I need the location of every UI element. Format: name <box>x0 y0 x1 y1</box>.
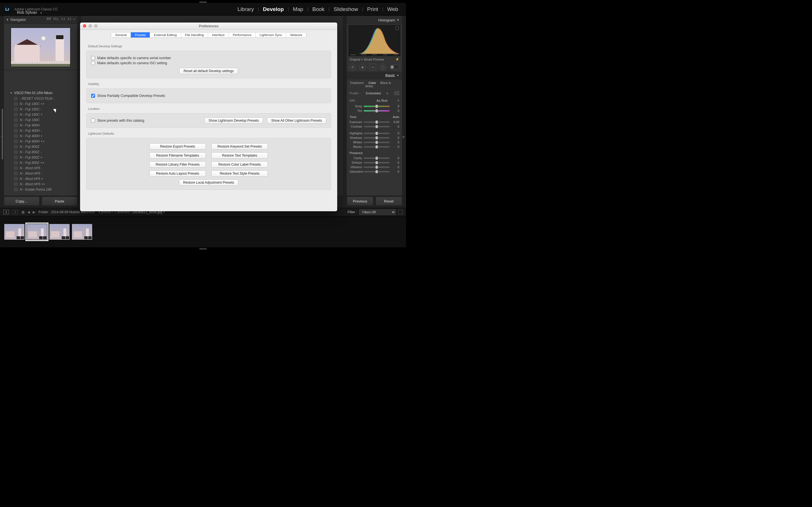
dialog-titlebar[interactable]: Preferences <box>80 22 337 30</box>
bolt-icon[interactable]: ⚡ <box>395 57 399 61</box>
preset-item[interactable]: N - Fuji 400H ++ <box>4 138 77 144</box>
zoom-fill[interactable]: FILL <box>53 17 59 20</box>
highlights-slider[interactable] <box>364 133 390 134</box>
filter-select[interactable]: Filters Off <box>359 209 396 215</box>
previous-button[interactable]: Previous <box>347 196 373 206</box>
zoom-3-1[interactable]: 3:1 <box>67 17 71 20</box>
graduated-filter-tool[interactable]: ▭ <box>369 64 376 70</box>
crop-tool[interactable]: ◔ <box>349 64 356 70</box>
window-close-icon[interactable] <box>83 24 86 27</box>
show-other-presets-button[interactable]: Show All Other Lightroom Presets <box>267 117 326 124</box>
module-library[interactable]: Library <box>234 6 258 12</box>
chk-store-with-catalog[interactable]: Store presets with this catalog <box>91 119 144 122</box>
radial-filter-tool[interactable]: ◯ <box>379 64 386 70</box>
profile-row[interactable]: Profile : Embedded ▾ <box>347 90 402 97</box>
module-slideshow[interactable]: Slideshow <box>329 6 362 12</box>
contrast-slider[interactable] <box>364 126 390 127</box>
module-develop[interactable]: Develop <box>259 6 288 12</box>
restore-library-filter-presets-button[interactable]: Restore Library Filter Presets <box>149 161 206 168</box>
restore-keyword-presets-button[interactable]: Restore Keyword Set Presets <box>211 144 268 150</box>
pref-tab-file-handling[interactable]: File Handling <box>181 33 208 38</box>
module-print[interactable]: Print <box>363 6 382 12</box>
reset-button[interactable]: Reset <box>375 196 402 206</box>
restore-local-adjustment-presets-button[interactable]: Restore Local Adjustment Presets <box>179 179 239 186</box>
restore-color-label-presets-button[interactable]: Restore Color Label Presets <box>211 161 268 168</box>
vibrance-slider[interactable] <box>364 166 390 168</box>
paste-button[interactable]: Paste <box>42 196 77 206</box>
preset-item[interactable]: N - Ilford HP5 - <box>4 171 77 176</box>
module-web[interactable]: Web <box>383 6 402 12</box>
preset-item[interactable]: N - Fuji 160C - <box>4 107 77 112</box>
next-photo-icon[interactable]: ▶ <box>33 210 35 214</box>
reset-develop-defaults-button[interactable]: Reset all default Develop settings <box>179 68 238 74</box>
panel-switch[interactable] <box>390 65 399 69</box>
filmstrip[interactable] <box>0 216 406 247</box>
preset-item[interactable]: N - Ilford HP5 <box>4 165 77 171</box>
filmstrip-thumb[interactable] <box>71 224 93 240</box>
spot-removal-tool[interactable]: ◉ <box>359 64 366 70</box>
preset-item[interactable]: N - Fuji 160C + <box>4 112 77 117</box>
pref-tab-lightroom-sync[interactable]: Lightroom Sync <box>256 33 287 38</box>
wb-row[interactable]: WB : As Shot ▾ <box>347 97 402 104</box>
pref-tab-interface[interactable]: Interface <box>208 33 229 38</box>
filmstrip-thumb[interactable] <box>49 224 70 240</box>
right-panel-collapse-icon[interactable]: ▶ <box>403 135 405 139</box>
module-book[interactable]: Book <box>308 6 328 12</box>
filmstrip-thumb[interactable] <box>27 224 47 240</box>
tint-slider[interactable] <box>364 110 390 112</box>
zoom-fit[interactable]: FIT <box>47 17 51 20</box>
identity-plate[interactable]: Rob Sylvan ▼ <box>17 10 42 15</box>
preset-item[interactable]: N - Ilford HP5 + <box>4 176 77 181</box>
chk-camera-serial[interactable]: Make defaults specific to camera serial … <box>91 56 326 60</box>
blacks-slider[interactable] <box>364 146 390 148</box>
navigator-header[interactable]: ▼ Navigator FITFILL1:13:1▸ <box>4 16 77 24</box>
treatment-color[interactable]: Color <box>368 81 376 84</box>
shadows-slider[interactable] <box>364 137 390 138</box>
preset-item[interactable]: N - Fuji 400H - <box>4 128 77 133</box>
zoom-1-1[interactable]: 1:1 <box>61 17 65 20</box>
clarity-slider[interactable] <box>364 158 390 159</box>
preset-item[interactable]: N - Kodak Portra 160 <box>4 187 77 192</box>
pref-tab-presets[interactable]: Presets <box>131 33 150 38</box>
saturation-slider[interactable] <box>364 171 390 172</box>
profile-browser-icon[interactable] <box>394 91 399 95</box>
preset-item[interactable]: N - Fuji 800Z - <box>4 149 77 155</box>
show-develop-presets-button[interactable]: Show Lightroom Develop Presets <box>204 117 263 124</box>
temp-slider[interactable] <box>364 106 390 107</box>
left-panel-scrollbar[interactable] <box>2 109 3 159</box>
exposure-slider[interactable] <box>364 121 390 123</box>
pref-tab-performance[interactable]: Performance <box>229 33 256 38</box>
prev-photo-icon[interactable]: ◀ <box>28 210 30 214</box>
restore-filename-templates-button[interactable]: Restore Filename Templates <box>149 152 206 159</box>
dehaze-slider[interactable] <box>364 162 390 163</box>
preset-item[interactable]: N - Fuji 400H <box>4 122 77 128</box>
preset-folder[interactable]: ▼ VSCO Film 01 LR4 Nikon <box>4 90 77 96</box>
module-map[interactable]: Map <box>289 6 307 12</box>
second-monitor-badge[interactable]: 2 <box>12 210 18 214</box>
pref-tab-external-editing[interactable]: External Editing <box>150 33 181 38</box>
preset-item[interactable]: N - Ilford HP5 ++ <box>4 181 77 187</box>
copy-button[interactable]: Copy… <box>4 196 40 206</box>
preset-item[interactable]: N - Fuji 160C <box>4 117 77 122</box>
grid-view-icon[interactable]: ▦ <box>21 210 24 214</box>
chk-camera-iso[interactable]: Make defaults specific to camera ISO set… <box>91 61 326 65</box>
restore-text-style-presets-button[interactable]: Restore Text Style Presets <box>211 170 268 177</box>
restore-text-templates-button[interactable]: Restore Text Templates <box>211 152 268 159</box>
preset-item[interactable]: N - Fuji 400H + <box>4 133 77 138</box>
pref-tab-general[interactable]: General <box>111 33 131 38</box>
basic-panel-header[interactable]: Basic ▼ <box>347 71 402 79</box>
preset-item[interactable]: N - Fuji 800Z + <box>4 155 77 160</box>
preset-item[interactable]: N - Fuji 800Z <box>4 144 77 149</box>
restore-auto-layout-presets-button[interactable]: Restore Auto Layout Presets <box>149 170 206 177</box>
whites-slider[interactable] <box>364 142 390 143</box>
auto-tone-button[interactable]: Auto <box>393 115 399 119</box>
filmstrip-thumb[interactable] <box>4 224 25 240</box>
navigator-preview[interactable] <box>11 27 70 67</box>
pref-tab-network[interactable]: Network <box>286 33 306 38</box>
preset-item[interactable]: N - Fuji 160C ++ <box>4 101 77 107</box>
restore-export-presets-button[interactable]: Restore Export Presets <box>149 144 206 150</box>
preset-item[interactable]: - RESET VSCO FILM - <box>4 96 77 101</box>
filter-lock-icon[interactable] <box>398 210 403 214</box>
zoom-more-icon[interactable]: ▸ <box>73 17 75 20</box>
histogram-header[interactable]: Histogram ▼ <box>347 16 402 24</box>
